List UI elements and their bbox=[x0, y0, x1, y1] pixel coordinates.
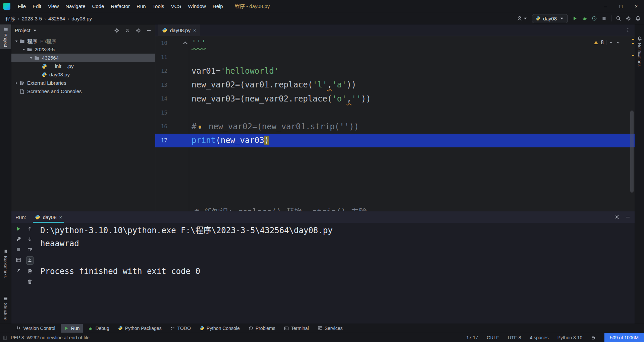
toolwindow-button-services[interactable]: Services bbox=[314, 324, 346, 333]
editor-tab-day08[interactable]: day08.py × bbox=[158, 24, 200, 36]
stop-button[interactable] bbox=[601, 16, 607, 21]
indent-style[interactable]: 4 spaces bbox=[530, 335, 549, 340]
tree-row[interactable]: External Libraries bbox=[11, 79, 155, 87]
previous-problem-icon[interactable] bbox=[609, 40, 613, 45]
profiler-button[interactable] bbox=[592, 16, 597, 21]
code-line-12[interactable]: 12var01='helloworld' bbox=[155, 64, 635, 78]
minimize-button[interactable]: – bbox=[598, 0, 613, 12]
line-number[interactable]: 13 bbox=[155, 82, 167, 88]
caret-position[interactable]: 17:17 bbox=[466, 335, 478, 340]
menu-window[interactable]: Window bbox=[184, 0, 209, 12]
stripe-button-bookmarks[interactable]: Bookmarks bbox=[0, 247, 11, 280]
chevron-down-icon[interactable] bbox=[13, 39, 19, 43]
breadcrumb-item[interactable]: day08.py bbox=[71, 16, 92, 21]
tree-row[interactable]: 2023-3-5 bbox=[11, 45, 155, 54]
tree-row[interactable]: __init__.py bbox=[11, 62, 155, 70]
breadcrumb-item[interactable]: 程序 bbox=[5, 15, 15, 22]
menu-run[interactable]: Run bbox=[133, 0, 149, 12]
line-number[interactable]: 16 bbox=[155, 123, 167, 130]
close-button[interactable]: × bbox=[629, 0, 644, 12]
rerun-button[interactable] bbox=[16, 226, 21, 231]
line-number[interactable]: 15 bbox=[155, 110, 167, 116]
code-line-14[interactable]: 14new_var03=(new_var02.replace('o','')) bbox=[155, 92, 635, 106]
breadcrumb-item[interactable]: 432564 bbox=[48, 16, 65, 21]
menu-help[interactable]: Help bbox=[209, 0, 226, 12]
interpreter[interactable]: Python 3.10 bbox=[557, 335, 583, 340]
soft-wrap-button[interactable] bbox=[27, 247, 33, 252]
stop-button[interactable] bbox=[16, 247, 21, 252]
line-number[interactable]: 17 bbox=[155, 137, 167, 144]
toolwindow-button-debug[interactable]: Debug bbox=[85, 324, 112, 333]
code-line-10[interactable]: 10''' bbox=[155, 36, 635, 50]
stripe-button-project[interactable]: Project bbox=[0, 24, 11, 49]
menu-file[interactable]: File bbox=[14, 0, 29, 12]
editor-scrollbar[interactable] bbox=[630, 111, 634, 193]
toolwindow-button-version-control[interactable]: Version Control bbox=[13, 324, 59, 333]
run-button[interactable] bbox=[572, 16, 578, 21]
pin-tab-button[interactable] bbox=[16, 268, 21, 273]
toolwindow-button-run[interactable]: Run bbox=[61, 324, 83, 333]
select-opened-file-button[interactable] bbox=[114, 28, 119, 33]
maximize-button[interactable]: □ bbox=[613, 0, 629, 12]
stripe-button-structure[interactable]: Structure bbox=[0, 294, 11, 323]
menu-view[interactable]: View bbox=[45, 0, 62, 12]
chevron-down-icon[interactable] bbox=[33, 28, 37, 33]
run-config-selector[interactable]: day08 bbox=[532, 14, 568, 23]
up-stack-trace-button[interactable] bbox=[27, 226, 33, 231]
code-line-13[interactable]: 13new_var02=(var01.replace('l','a')) bbox=[155, 78, 635, 92]
collapse-all-button[interactable] bbox=[125, 28, 130, 33]
print-button[interactable] bbox=[27, 269, 33, 274]
menu-code[interactable]: Code bbox=[89, 0, 107, 12]
code-line-16[interactable]: 16# new_var02=(new_var01.strip('')) bbox=[155, 120, 635, 134]
menu-vcs[interactable]: VCS bbox=[168, 0, 185, 12]
more-options-icon[interactable] bbox=[625, 27, 631, 33]
warning-stripe-mark[interactable] bbox=[632, 39, 634, 40]
run-settings-icon[interactable] bbox=[614, 214, 620, 220]
code-line-11[interactable]: 11 bbox=[155, 50, 635, 64]
code-line-15[interactable]: 15 bbox=[155, 106, 635, 120]
hide-panel-button[interactable] bbox=[146, 28, 152, 33]
run-tab-day08[interactable]: day08 × bbox=[31, 211, 66, 223]
console-output[interactable]: D:\python-3.10.10\python.exe F:\程序\2023-… bbox=[40, 223, 635, 324]
search-button[interactable] bbox=[616, 16, 621, 21]
tree-row[interactable]: 程序F:\程序 bbox=[11, 37, 155, 45]
tree-row[interactable]: day08.py bbox=[11, 70, 155, 79]
menu-edit[interactable]: Edit bbox=[29, 0, 45, 12]
line-separator[interactable]: CRLF bbox=[487, 335, 499, 340]
file-encoding[interactable]: UTF-8 bbox=[508, 335, 521, 340]
toolwindow-button-python-packages[interactable]: Python Packages bbox=[115, 324, 165, 333]
next-problem-icon[interactable] bbox=[616, 40, 621, 45]
breadcrumb-item[interactable]: 2023-3-5 bbox=[22, 16, 42, 21]
restore-layout-button[interactable] bbox=[16, 257, 21, 263]
line-number[interactable]: 10 bbox=[155, 40, 167, 46]
stripe-button-notifications[interactable]: Notifications bbox=[635, 34, 644, 69]
edit-configuration-button[interactable] bbox=[16, 236, 21, 242]
tab-close-icon[interactable]: × bbox=[59, 214, 62, 220]
menu-tools[interactable]: Tools bbox=[149, 0, 168, 12]
tab-close-icon[interactable]: × bbox=[193, 27, 196, 33]
chevron-down-icon[interactable] bbox=[28, 56, 34, 60]
profile-button[interactable] bbox=[517, 16, 528, 21]
toolwindow-switcher-icon[interactable] bbox=[3, 335, 7, 340]
menu-refactor[interactable]: Refactor bbox=[107, 0, 133, 12]
settings-button[interactable] bbox=[626, 16, 631, 21]
lock-icon[interactable] bbox=[591, 335, 596, 340]
warning-stripe-mark[interactable] bbox=[632, 55, 634, 56]
line-number[interactable]: 12 bbox=[155, 68, 167, 74]
toolwindow-button-todo[interactable]: TODO bbox=[167, 324, 194, 333]
line-number[interactable]: 11 bbox=[155, 54, 167, 60]
toolwindow-button-terminal[interactable]: Terminal bbox=[281, 324, 312, 333]
line-number[interactable]: 14 bbox=[155, 95, 167, 102]
tree-row[interactable]: 432564 bbox=[11, 54, 155, 62]
chevron-right-icon[interactable] bbox=[13, 81, 19, 85]
notifications-button[interactable] bbox=[635, 16, 641, 21]
clear-all-button[interactable] bbox=[27, 279, 33, 284]
fold-marker-icon[interactable] bbox=[183, 42, 187, 46]
chevron-down-icon[interactable] bbox=[21, 48, 27, 52]
toolwindow-button-python-console[interactable]: Python Console bbox=[196, 324, 243, 333]
down-stack-trace-button[interactable] bbox=[27, 236, 33, 242]
hide-run-panel-icon[interactable] bbox=[625, 214, 631, 220]
memory-indicator[interactable]: 509 of 1006M bbox=[604, 333, 644, 342]
warning-stripe-mark[interactable] bbox=[632, 43, 634, 44]
tree-row[interactable]: Scratches and Consoles bbox=[11, 87, 155, 95]
